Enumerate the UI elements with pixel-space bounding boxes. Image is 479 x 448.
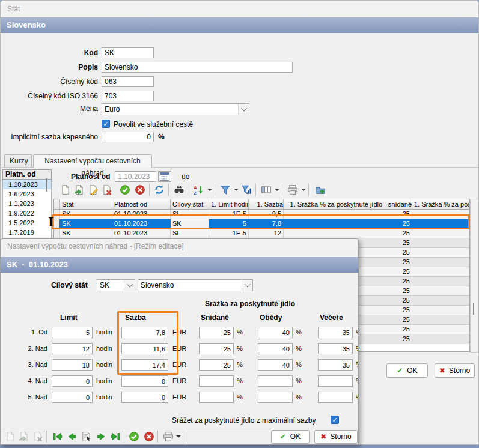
- edit-record-icon[interactable]: [87, 183, 100, 196]
- cilovy-stat-name-combobox[interactable]: Slovensko: [138, 279, 253, 291]
- print-icon[interactable]: [286, 183, 299, 196]
- filter-icon[interactable]: [219, 183, 232, 196]
- cancel-icon[interactable]: [142, 430, 156, 443]
- vecere-input[interactable]: [318, 343, 353, 354]
- calendar-button[interactable]: [158, 171, 171, 182]
- limit-input[interactable]: [52, 359, 93, 371]
- limit-input[interactable]: [52, 392, 93, 403]
- dialog-storno-button[interactable]: ✖Storno: [314, 430, 358, 444]
- table-scrollbar[interactable]: [470, 199, 478, 353]
- cross-icon: ✖: [439, 366, 445, 375]
- sazba-input[interactable]: [121, 343, 168, 354]
- refresh-icon[interactable]: [153, 183, 166, 196]
- col-cilovy-stat[interactable]: Cílový stat: [171, 199, 209, 209]
- platnost-do-label: do: [182, 172, 189, 181]
- percent-unit: %: [356, 361, 359, 368]
- ok-button[interactable]: ✔OK: [386, 363, 428, 378]
- table-row[interactable]: SK 01.10.2023 SL 1E-5 12 25: [54, 229, 469, 238]
- percent-unit: %: [296, 393, 302, 401]
- cilovy-code-dropdown-button[interactable]: [124, 280, 135, 291]
- col-srazka-snidane[interactable]: 1. Srážka % za poskytnuté jídlo - snídan…: [284, 199, 412, 209]
- cilovy-name-dropdown-button[interactable]: [242, 280, 252, 291]
- vecere-input[interactable]: [318, 392, 353, 403]
- new-record-icon[interactable]: [59, 183, 72, 196]
- obedy-input[interactable]: [258, 375, 293, 387]
- limit-input[interactable]: [52, 327, 93, 338]
- sort-dropdown-chevron-icon[interactable]: [207, 189, 212, 191]
- mena-label[interactable]: Měna: [1, 103, 98, 114]
- search-icon[interactable]: [172, 183, 186, 196]
- percent-unit: %: [356, 393, 359, 401]
- ciselny-kod-input[interactable]: [102, 76, 154, 87]
- snidane-input[interactable]: [199, 359, 234, 371]
- cancel-icon[interactable]: [133, 183, 147, 196]
- snidane-input[interactable]: [199, 343, 234, 354]
- tab-kurzy[interactable]: Kurzy: [4, 154, 32, 167]
- nav-last-icon[interactable]: [109, 430, 122, 443]
- snidane-input[interactable]: [199, 327, 234, 338]
- dialog-titlebar: Nastavení výpočtu cestovních náhrad - [R…: [1, 239, 358, 253]
- mena-combobox[interactable]: Euro: [102, 103, 249, 115]
- mena-dropdown-button[interactable]: [238, 104, 249, 115]
- povolit-checkbox[interactable]: ✓: [102, 120, 110, 128]
- filter-stats-icon[interactable]: [240, 183, 254, 196]
- export-icon[interactable]: [314, 183, 327, 196]
- tab-nastaveni-nahrad[interactable]: Nastavení vypočtu cestovních náhrad: [33, 154, 152, 168]
- filter-dropdown-chevron-icon[interactable]: [234, 189, 239, 191]
- nav-next-icon[interactable]: [94, 430, 108, 443]
- copy-record-icon[interactable]: [17, 430, 31, 443]
- confirm-icon[interactable]: [127, 430, 141, 443]
- cilovy-stat-code-combobox[interactable]: SK: [97, 279, 135, 291]
- application-background: Stát Slovensko Kód Popis Číselný kód Čís…: [0, 0, 479, 448]
- srazet-max-checkbox[interactable]: ✓: [331, 416, 339, 424]
- columns-icon[interactable]: [260, 183, 273, 196]
- col-limit-hodin[interactable]: 1. Limit hodin: [209, 199, 249, 209]
- print-icon[interactable]: [162, 430, 175, 443]
- obedy-input[interactable]: [258, 327, 293, 338]
- obedy-input[interactable]: [258, 359, 293, 371]
- columns-dropdown-chevron-icon[interactable]: [275, 189, 279, 191]
- list-item[interactable]: 1.9.2022: [3, 208, 51, 218]
- sazba-input[interactable]: [121, 359, 168, 371]
- table-scrollbar-thumb[interactable]: [473, 303, 474, 315]
- nav-first-icon[interactable]: [51, 430, 64, 443]
- snidane-input[interactable]: [199, 375, 234, 387]
- col-srazka-next[interactable]: 1. Srážka % za pos: [412, 199, 469, 209]
- delete-record-icon[interactable]: [100, 183, 114, 196]
- sazba-input[interactable]: [121, 392, 168, 403]
- print-dropdown-chevron-icon[interactable]: [301, 189, 306, 191]
- kapesne-input[interactable]: [102, 132, 154, 142]
- sazba-input[interactable]: [121, 327, 168, 338]
- sort-az-icon[interactable]: AZ: [192, 183, 206, 196]
- obedy-input[interactable]: [258, 392, 293, 403]
- iso-kod-input[interactable]: [102, 91, 154, 101]
- table-row[interactable]: SK 01.10.2023 SK 5 7,8 25: [54, 219, 469, 229]
- list-item[interactable]: 1.7.2019: [3, 228, 51, 237]
- vecere-input[interactable]: [318, 375, 353, 387]
- storno-button[interactable]: ✖Storno: [435, 363, 475, 378]
- list-item[interactable]: 1.1.2023: [3, 199, 51, 208]
- vecere-input[interactable]: [318, 359, 353, 371]
- print-dropdown-chevron-icon[interactable]: [176, 435, 181, 438]
- kod-input[interactable]: [102, 47, 154, 58]
- limit-input[interactable]: [52, 375, 93, 387]
- copy-record-icon[interactable]: [73, 183, 86, 196]
- limit-input[interactable]: [52, 343, 93, 354]
- new-record-icon[interactable]: [4, 430, 17, 443]
- obedy-input[interactable]: [258, 343, 293, 354]
- nav-prev-icon[interactable]: [66, 430, 79, 443]
- table-row[interactable]: SK 01.10.2023 SI 1E-5 9,5 25: [54, 210, 469, 219]
- col-platnost-od[interactable]: Platnost od: [112, 199, 171, 209]
- col-stat[interactable]: Stát: [60, 199, 112, 209]
- confirm-icon[interactable]: [118, 183, 132, 196]
- nav-current-icon[interactable]: [80, 430, 93, 443]
- popis-input[interactable]: [102, 62, 293, 73]
- platnost-od-input[interactable]: [115, 171, 156, 182]
- snidane-input[interactable]: [199, 392, 234, 403]
- delete-record-icon[interactable]: [31, 430, 44, 443]
- dialog-ok-button[interactable]: ✔OK: [271, 430, 310, 444]
- vecere-input[interactable]: [318, 327, 353, 338]
- col-sazba[interactable]: 1. Sazba: [249, 199, 284, 209]
- list-item[interactable]: 1.5.2022: [3, 218, 51, 228]
- sazba-input[interactable]: [121, 375, 168, 387]
